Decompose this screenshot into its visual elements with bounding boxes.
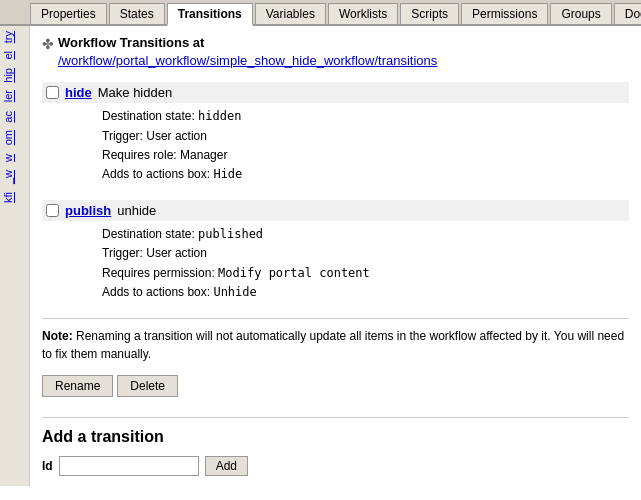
- publish-actions: Adds to actions box: Unhide: [102, 283, 629, 302]
- publish-perm-label: Requires permission:: [102, 266, 215, 280]
- sidebar-item-w[interactable]: w: [2, 154, 14, 162]
- workflow-icon: ✤: [42, 36, 54, 52]
- sidebar-item-kfi[interactable]: kfi: [2, 192, 14, 203]
- transition-id-input[interactable]: [59, 456, 199, 476]
- publish-actions-value: Unhide: [213, 285, 256, 299]
- transition-hide-checkbox[interactable]: [46, 86, 59, 99]
- transition-publish-checkbox[interactable]: [46, 204, 59, 217]
- rename-button[interactable]: Rename: [42, 375, 113, 397]
- action-buttons: Rename Delete: [42, 375, 629, 397]
- note-text: Renaming a transition will not automatic…: [42, 329, 624, 361]
- content-panel: ✤ Workflow Transitions at /workflow/port…: [30, 26, 641, 486]
- tab-bar: Properties States Transitions Variables …: [0, 0, 641, 26]
- hide-role-value: Manager: [180, 148, 227, 162]
- transition-publish-header: publish unhide: [42, 200, 629, 221]
- tab-variables[interactable]: Variables: [255, 3, 326, 24]
- sidebar-item-hip[interactable]: hip: [2, 68, 14, 83]
- add-transition-button[interactable]: Add: [205, 456, 248, 476]
- transition-hide-id[interactable]: hide: [65, 85, 92, 100]
- tab-states[interactable]: States: [109, 3, 165, 24]
- publish-trigger-label: Trigger:: [102, 246, 143, 260]
- tab-permissions[interactable]: Permissions: [461, 3, 548, 24]
- publish-trigger-value: User action: [146, 246, 207, 260]
- add-transition-section: Add a transition Id Add: [42, 417, 629, 476]
- id-label: Id: [42, 459, 53, 473]
- publish-destination: Destination state: published: [102, 225, 629, 244]
- transition-publish: publish unhide Destination state: publis…: [42, 200, 629, 302]
- add-transition-form: Id Add: [42, 456, 629, 476]
- hide-trigger: Trigger: User action: [102, 127, 629, 146]
- publish-dest-label: Destination state:: [102, 227, 195, 241]
- transition-hide-header: hide Make hidden: [42, 82, 629, 103]
- sidebar-item-ac[interactable]: ac: [2, 111, 14, 123]
- hide-actions-value: Hide: [213, 167, 242, 181]
- hide-destination: Destination state: hidden: [102, 107, 629, 126]
- sidebar-item-el[interactable]: el: [2, 51, 14, 60]
- publish-actions-label: Adds to actions box:: [102, 285, 210, 299]
- tab-properties[interactable]: Properties: [30, 3, 107, 24]
- transition-publish-id[interactable]: publish: [65, 203, 111, 218]
- note-bold: Note:: [42, 329, 73, 343]
- hide-trigger-value: User action: [146, 129, 207, 143]
- sidebar-item-uw[interactable]: _w: [2, 170, 14, 184]
- main-content: try el hip ler ac om w _w kfi ✤ Workflow…: [0, 26, 641, 486]
- transition-hide-details: Destination state: hidden Trigger: User …: [42, 107, 629, 184]
- hide-role-label: Requires role:: [102, 148, 177, 162]
- hide-trigger-label: Trigger:: [102, 129, 143, 143]
- sidebar-item-ler[interactable]: ler: [2, 90, 14, 102]
- transition-hide-title: Make hidden: [98, 85, 172, 100]
- hide-dest-label: Destination state:: [102, 109, 195, 123]
- breadcrumb-path[interactable]: /workflow/portal_workflow/simple_show_hi…: [58, 53, 437, 68]
- tab-transitions[interactable]: Transitions: [167, 3, 253, 26]
- tab-worklists[interactable]: Worklists: [328, 3, 398, 24]
- transition-publish-details: Destination state: published Trigger: Us…: [42, 225, 629, 302]
- hide-actions: Adds to actions box: Hide: [102, 165, 629, 184]
- publish-dest-value: published: [198, 227, 263, 241]
- hide-actions-label: Adds to actions box:: [102, 167, 210, 181]
- delete-button[interactable]: Delete: [117, 375, 178, 397]
- breadcrumb-text: Workflow Transitions at /workflow/portal…: [58, 34, 437, 70]
- tab-doc[interactable]: Doc: [614, 3, 641, 24]
- add-transition-title: Add a transition: [42, 428, 629, 446]
- sidebar-item-om[interactable]: om: [2, 130, 14, 145]
- sidebar-item-try[interactable]: try: [2, 31, 14, 43]
- sidebar: try el hip ler ac om w _w kfi: [0, 26, 30, 486]
- publish-trigger: Trigger: User action: [102, 244, 629, 263]
- note-section: Note: Renaming a transition will not aut…: [42, 318, 629, 363]
- hide-dest-value: hidden: [198, 109, 241, 123]
- breadcrumb: ✤ Workflow Transitions at /workflow/port…: [42, 34, 629, 70]
- breadcrumb-prefix: Workflow Transitions at: [58, 35, 204, 50]
- tab-groups[interactable]: Groups: [550, 3, 611, 24]
- tab-scripts[interactable]: Scripts: [400, 3, 459, 24]
- transition-hide: hide Make hidden Destination state: hidd…: [42, 82, 629, 184]
- transition-publish-title: unhide: [117, 203, 156, 218]
- publish-permission: Requires permission: Modify portal conte…: [102, 264, 629, 283]
- hide-role: Requires role: Manager: [102, 146, 629, 165]
- publish-perm-value: Modify portal content: [218, 266, 370, 280]
